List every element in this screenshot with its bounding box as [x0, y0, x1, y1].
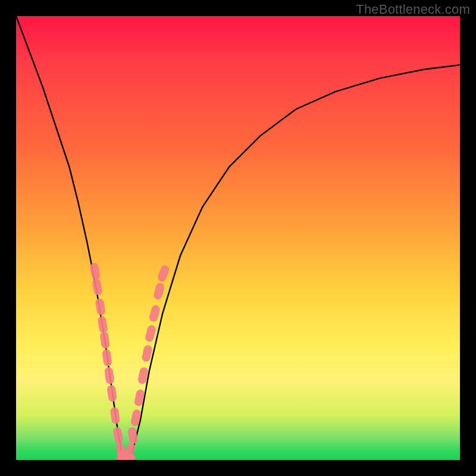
chart-svg [16, 16, 460, 460]
curve-marker [89, 262, 101, 280]
chart-frame: TheBottleneck.com [0, 0, 476, 476]
curve-marker [156, 264, 170, 283]
curve-marker [109, 407, 120, 425]
curve-marker [145, 324, 157, 343]
curve-marker [153, 282, 165, 300]
curve-marker [92, 278, 103, 296]
curve-marker [148, 304, 161, 322]
plot-area [16, 16, 460, 460]
curve-marker [97, 316, 108, 334]
curve-markers [89, 262, 170, 460]
bottleneck-curve [16, 16, 460, 460]
curve-marker [107, 384, 117, 402]
watermark-text: TheBottleneck.com [356, 2, 470, 17]
curve-marker [112, 427, 123, 444]
curve-marker [102, 349, 112, 367]
curve-marker [104, 367, 115, 384]
curve-marker [141, 345, 152, 362]
curve-marker [99, 331, 110, 349]
curve-marker [127, 427, 138, 444]
curve-marker [95, 298, 105, 316]
